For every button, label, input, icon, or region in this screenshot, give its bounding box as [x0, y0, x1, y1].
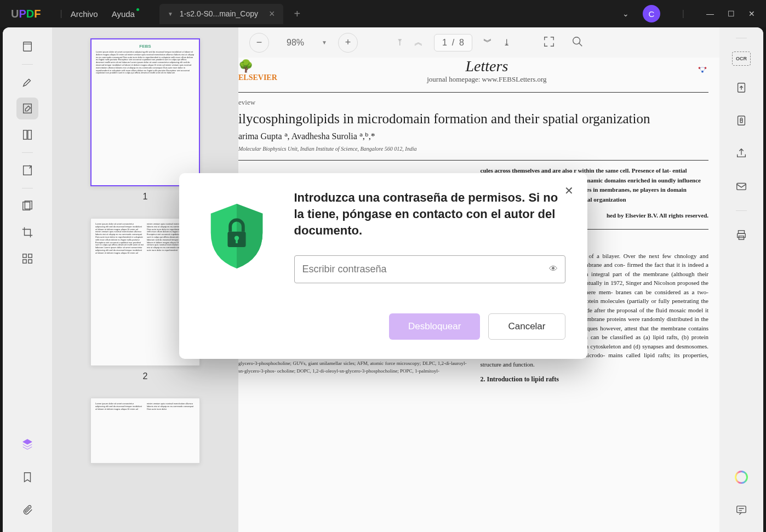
cancel-button[interactable]: Cancelar — [488, 313, 565, 340]
unlock-button[interactable]: Desbloquear — [389, 313, 480, 340]
shield-lock-icon — [201, 201, 272, 272]
modal-close-button[interactable]: ✕ — [564, 184, 574, 197]
svg-rect-26 — [236, 238, 238, 243]
password-modal: ✕ Introduzca una contraseña de permisos.… — [179, 173, 587, 358]
show-password-icon[interactable]: 👁 — [549, 264, 558, 274]
password-input[interactable] — [294, 255, 565, 283]
modal-message: Introduzca una contraseña de permisos. S… — [294, 190, 565, 238]
password-modal-overlay: ✕ Introduzca una contraseña de permisos.… — [0, 0, 766, 532]
